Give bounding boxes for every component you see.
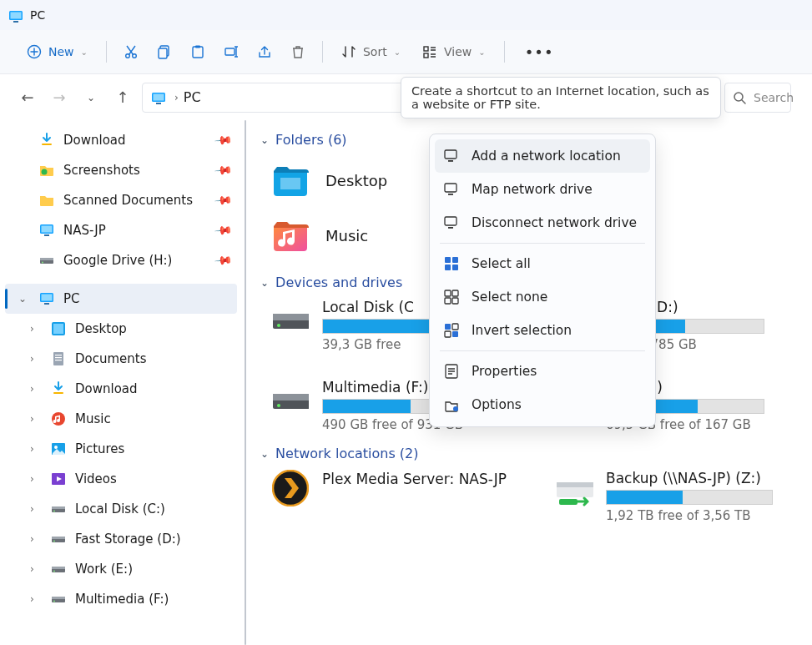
chevron-right-icon[interactable]: › — [30, 563, 42, 575]
chevron-down-icon[interactable]: ⌄ — [18, 293, 30, 305]
forward-button[interactable]: → — [47, 85, 72, 110]
plex-icon — [272, 470, 309, 506]
pin-icon: 📌 — [214, 160, 233, 179]
toolbar: New ⌄ Sort ⌄ View ⌄ ••• — [0, 30, 812, 73]
sort-icon — [341, 44, 356, 59]
view-label: View — [444, 45, 472, 58]
sidebar-pc-child[interactable]: › Music — [5, 404, 237, 434]
sort-button[interactable]: Sort ⌄ — [333, 39, 409, 64]
view-button[interactable]: View ⌄ — [414, 39, 494, 64]
splitter[interactable] — [242, 120, 247, 645]
pc-icon — [8, 9, 23, 21]
menu-item-label: Map network drive — [472, 182, 593, 197]
menu-item-label: Options — [472, 397, 522, 412]
menu-item[interactable]: Disconnect network drive — [435, 206, 650, 239]
paste-button[interactable] — [184, 39, 212, 64]
drive-ssd-icon — [50, 501, 67, 517]
context-menu: Add a network location Map network drive… — [429, 134, 656, 427]
view-icon — [422, 44, 437, 59]
sidebar-pc-child[interactable]: › Pictures — [5, 434, 237, 464]
sidebar-pc-child[interactable]: › Multimedia (F:) — [5, 584, 237, 614]
search-input[interactable]: Search — [724, 83, 791, 113]
folder-desktop-icon — [272, 163, 310, 198]
sidebar-pc-child[interactable]: › Local Disk (C:) — [5, 494, 237, 524]
more-button[interactable]: ••• — [518, 38, 561, 66]
folder-music-icon — [272, 218, 310, 253]
menu-item[interactable]: Select none — [435, 280, 650, 314]
sidebar-item-label: NAS-JP — [63, 223, 208, 238]
sidebar-pc-child[interactable]: › Download — [5, 374, 237, 404]
chevron-right-icon[interactable]: › — [30, 323, 42, 335]
rename-button[interactable] — [217, 39, 245, 64]
sidebar-item-label: Screenshots — [63, 163, 208, 178]
recent-button[interactable]: ⌄ — [78, 85, 103, 110]
cut-button[interactable] — [117, 39, 145, 64]
sidebar-pc-child[interactable]: › Work (E:) — [5, 554, 237, 584]
menu-item[interactable]: Properties — [435, 355, 650, 388]
sidebar-item-label: Pictures — [75, 441, 230, 456]
pc-icon — [151, 91, 166, 104]
chevron-right-icon[interactable]: › — [30, 413, 42, 425]
pin-icon: 📌 — [214, 190, 233, 209]
sidebar-pc-child[interactable]: › Fast Storage (D:) — [5, 524, 237, 554]
sidebar-item-label: Download — [75, 381, 230, 396]
sidebar-quickaccess-item[interactable]: NAS-JP 📌 — [5, 215, 237, 245]
sidebar-pc-child[interactable]: › Documents — [5, 344, 237, 374]
sidebar-item-label: Multimedia (F:) — [75, 592, 230, 607]
monitor-icon — [38, 223, 55, 238]
sidebar-quickaccess-item[interactable]: Screenshots 📌 — [5, 155, 237, 185]
back-button[interactable]: ← — [15, 85, 40, 110]
network-tile-plex[interactable]: Plex Media Server: NAS-JP — [272, 470, 522, 523]
desktop-icon — [50, 321, 67, 336]
menu-item[interactable]: Options — [435, 388, 650, 421]
monitor-x-icon — [443, 215, 460, 230]
copy-button[interactable] — [150, 39, 179, 64]
menu-item-label: Select none — [472, 290, 547, 305]
sidebar-quickaccess-item[interactable]: Download 📌 — [5, 125, 237, 155]
monitor-icon — [38, 291, 55, 306]
properties-icon — [443, 364, 460, 379]
sidebar-quickaccess-item[interactable]: Scanned Documents 📌 — [5, 185, 237, 215]
group-header-network[interactable]: ⌄Network locations (2) — [260, 446, 800, 461]
separator — [440, 350, 645, 351]
address-location[interactable]: PC — [184, 89, 201, 105]
menu-item[interactable]: Map network drive — [435, 173, 650, 206]
window-title: PC — [30, 8, 45, 22]
separator — [440, 243, 645, 244]
sidebar-item-label: Fast Storage (D:) — [75, 532, 230, 547]
sidebar-quickaccess-item[interactable]: Google Drive (H:) 📌 — [5, 245, 237, 275]
chevron-right-icon[interactable]: › — [30, 473, 42, 485]
menu-item[interactable]: Add a network location — [435, 139, 650, 173]
sort-label: Sort — [363, 45, 387, 58]
chevron-right-icon[interactable]: › — [30, 503, 42, 515]
separator — [322, 41, 323, 63]
new-button[interactable]: New ⌄ — [18, 39, 96, 64]
chevron-right-icon: › — [174, 92, 179, 103]
search-placeholder: Search — [754, 91, 794, 104]
share-button[interactable] — [250, 39, 279, 64]
menu-item-label: Select all — [472, 256, 531, 271]
menu-item-label: Invert selection — [472, 323, 572, 338]
delete-button[interactable] — [284, 39, 312, 64]
options-icon — [443, 397, 460, 412]
up-button[interactable]: ↑ — [110, 85, 135, 110]
sidebar-pc-child[interactable]: › Videos — [5, 464, 237, 494]
chevron-down-icon: ⌄ — [394, 48, 401, 57]
sidebar-pc-item[interactable]: ⌄ PC — [5, 284, 237, 314]
videos-icon — [50, 471, 67, 486]
chevron-down-icon: ⌄ — [260, 277, 269, 289]
menu-item[interactable]: Invert selection — [435, 314, 650, 347]
sidebar-item-label: Work (E:) — [75, 562, 230, 577]
menu-item[interactable]: Select all — [435, 247, 650, 280]
folder-green-icon — [38, 163, 55, 178]
network-tile-backup[interactable]: Backup (\\NAS-JP) (Z:) 1,92 TB free of 3… — [556, 470, 789, 523]
chevron-right-icon[interactable]: › — [30, 593, 42, 605]
capacity-bar — [606, 490, 773, 505]
chevron-right-icon[interactable]: › — [30, 443, 42, 455]
chevron-right-icon[interactable]: › — [30, 353, 42, 365]
sidebar-pc-child[interactable]: › Desktop — [5, 314, 237, 344]
sidebar-item-label: PC — [63, 291, 230, 306]
download-icon — [38, 133, 55, 148]
chevron-right-icon[interactable]: › — [30, 383, 42, 395]
chevron-right-icon[interactable]: › — [30, 533, 42, 545]
